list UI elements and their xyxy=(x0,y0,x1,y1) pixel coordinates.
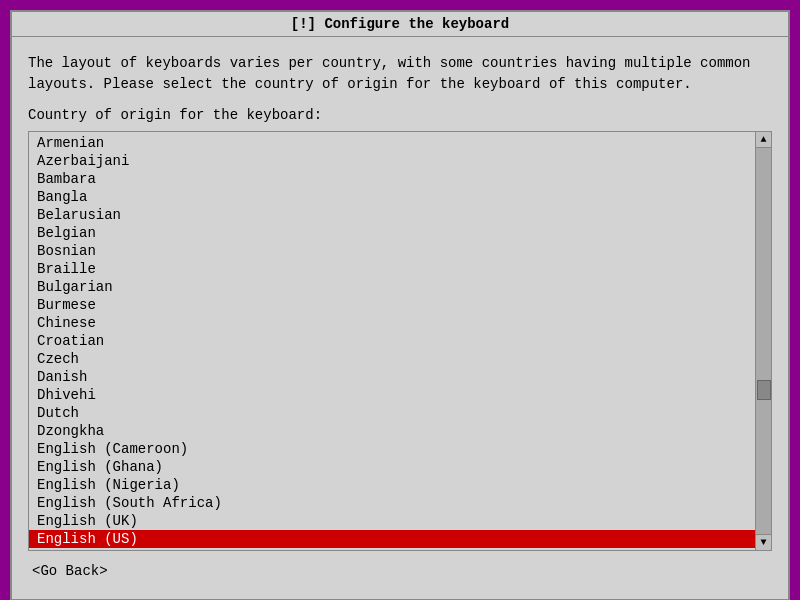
window-title: [!] Configure the keyboard xyxy=(291,16,509,32)
list-container: ArmenianAzerbaijaniBambaraBanglaBelarusi… xyxy=(28,131,772,551)
country-label: Country of origin for the keyboard: xyxy=(28,107,772,123)
list-item[interactable]: Croatian xyxy=(29,332,755,350)
list-item[interactable]: English (Ghana) xyxy=(29,458,755,476)
description-line1: The layout of keyboards varies per count… xyxy=(28,53,772,74)
list-item[interactable]: English (US) xyxy=(29,530,755,548)
go-back-button[interactable]: <Go Back> xyxy=(28,561,112,581)
scroll-up-button[interactable]: ▲ xyxy=(756,132,771,148)
list-item[interactable]: Czech xyxy=(29,350,755,368)
list-item[interactable]: Dutch xyxy=(29,404,755,422)
list-item[interactable]: Belgian xyxy=(29,224,755,242)
list-item[interactable]: Dzongkha xyxy=(29,422,755,440)
title-bar: [!] Configure the keyboard xyxy=(12,12,788,37)
list-item[interactable]: Burmese xyxy=(29,296,755,314)
list-item[interactable]: English (UK) xyxy=(29,512,755,530)
list-item[interactable]: English (South Africa) xyxy=(29,494,755,512)
list-item[interactable]: English (Cameroon) xyxy=(29,440,755,458)
description-line2: layouts. Please select the country of or… xyxy=(28,74,772,95)
list-item[interactable]: Bulgarian xyxy=(29,278,755,296)
list-item[interactable]: Azerbaijani xyxy=(29,152,755,170)
content-area: The layout of keyboards varies per count… xyxy=(12,37,788,599)
list-item[interactable]: Belarusian xyxy=(29,206,755,224)
list-item[interactable]: Bosnian xyxy=(29,242,755,260)
list-item[interactable]: Bangla xyxy=(29,188,755,206)
scrollbar: ▲ ▼ xyxy=(755,132,771,550)
scroll-down-button[interactable]: ▼ xyxy=(756,534,771,550)
go-back-row: <Go Back> xyxy=(28,551,772,583)
list-item[interactable]: Braille xyxy=(29,260,755,278)
scroll-thumb[interactable] xyxy=(757,380,771,400)
scroll-track xyxy=(756,148,771,534)
list-item[interactable]: Danish xyxy=(29,368,755,386)
country-list[interactable]: ArmenianAzerbaijaniBambaraBanglaBelarusi… xyxy=(29,132,755,550)
list-item[interactable]: English (Nigeria) xyxy=(29,476,755,494)
list-item[interactable]: Dhivehi xyxy=(29,386,755,404)
main-window: [!] Configure the keyboard The layout of… xyxy=(10,10,790,600)
list-item[interactable]: Armenian xyxy=(29,134,755,152)
description-text: The layout of keyboards varies per count… xyxy=(28,53,772,95)
list-item[interactable]: Chinese xyxy=(29,314,755,332)
list-item[interactable]: Bambara xyxy=(29,170,755,188)
